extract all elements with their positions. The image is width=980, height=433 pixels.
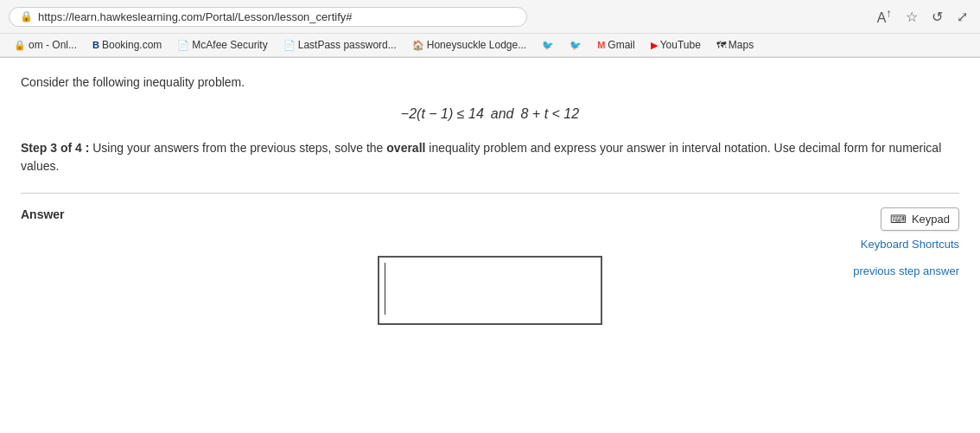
prev-step-answer-link[interactable]: previous step answer	[853, 264, 959, 277]
bookmark-mcafee[interactable]: 📄 McAfee Security	[172, 37, 272, 53]
problem-intro: Consider the following inequality proble…	[21, 75, 959, 89]
bookmark-youtube-icon: ▶	[651, 40, 658, 51]
bookmark-booking[interactable]: B Booking.com	[87, 37, 167, 53]
answer-label: Answer	[21, 207, 959, 221]
bookmark-bird1[interactable]: 🐦	[537, 38, 559, 53]
keypad-label: Keypad	[912, 213, 950, 226]
bookmark-honeysuckle-label: Honeysuckle Lodge...	[427, 39, 526, 51]
keyboard-shortcuts-link[interactable]: Keyboard Shortcuts	[861, 238, 959, 251]
math-display: −2(t − 1) ≤ 14 and 8 + t < 12	[21, 106, 959, 122]
math-expression: −2(t − 1) ≤ 14 and 8 + t < 12	[401, 106, 579, 122]
bookmark-honeysuckle-icon: 🏠	[412, 40, 424, 51]
bookmark-gmail-icon: M	[597, 40, 605, 50]
right-panel: ⌨ Keypad Keyboard Shortcuts previous ste…	[853, 207, 959, 277]
url-text: https://learn.hawkeslearning.com/Portal/…	[38, 10, 352, 23]
bookmark-youtube[interactable]: ▶ YouTube	[646, 37, 706, 53]
bookmark-lastpass-label: LastPass password...	[298, 39, 397, 51]
bookmarks-bar: 🔒 om - Onl... B Booking.com 📄 McAfee Sec…	[0, 34, 980, 57]
bookmark-booking-label: Booking.com	[102, 39, 162, 51]
bookmark-lock-icon: 🔒	[14, 40, 26, 51]
math-right: 8 + t < 12	[521, 106, 580, 122]
step-label: Step 3 of 4 :	[21, 141, 89, 155]
main-content: Consider the following inequality proble…	[0, 58, 980, 433]
bookmark-gmail[interactable]: M Gmail	[592, 37, 640, 53]
section-divider	[21, 193, 959, 194]
address-bar: 🔒 https://learn.hawkeslearning.com/Porta…	[0, 0, 980, 34]
bookmark-maps[interactable]: 🗺 Maps	[711, 37, 759, 53]
answer-input-area	[21, 256, 959, 325]
step-instruction: Step 3 of 4 : Using your answers from th…	[21, 139, 959, 175]
text-cursor	[385, 263, 385, 315]
answer-input-box[interactable]	[378, 256, 602, 325]
keypad-button[interactable]: ⌨ Keypad	[881, 207, 959, 231]
bookmark-maps-icon: 🗺	[716, 40, 726, 50]
math-left: −2(t − 1) ≤ 14	[401, 106, 484, 122]
bookmark-youtube-label: YouTube	[660, 39, 701, 51]
answer-section: ⌨ Keypad Keyboard Shortcuts previous ste…	[21, 207, 959, 325]
keypad-icon: ⌨	[890, 213, 907, 226]
font-size-btn[interactable]: A↑	[874, 5, 895, 28]
step-text-before: Using your answers from the previous ste…	[92, 141, 386, 155]
refresh-btn[interactable]: ↺	[928, 7, 946, 27]
bookmark-bird2[interactable]: 🐦	[564, 38, 587, 53]
browser-actions: A↑ ☆ ↺ ⤢	[874, 5, 971, 28]
extensions-btn[interactable]: ⤢	[953, 7, 971, 27]
bookmark-bird1-icon: 🐦	[542, 40, 554, 51]
bookmark-gmail-label: Gmail	[608, 39, 634, 51]
lock-icon: 🔒	[20, 10, 33, 22]
bookmark-mcafee-label: McAfee Security	[192, 39, 267, 51]
browser-chrome: 🔒 https://learn.hawkeslearning.com/Porta…	[0, 0, 980, 58]
bookmark-bird2-icon: 🐦	[570, 40, 582, 51]
bookmark-booking-icon: B	[92, 40, 99, 50]
bookmark-star-btn[interactable]: ☆	[902, 7, 921, 27]
bookmark-maps-label: Maps	[729, 39, 754, 51]
url-bar[interactable]: 🔒 https://learn.hawkeslearning.com/Porta…	[9, 7, 527, 27]
bookmark-om-onl[interactable]: 🔒 om - Onl...	[9, 37, 82, 53]
bookmark-honeysuckle[interactable]: 🏠 Honeysuckle Lodge...	[407, 37, 531, 53]
bookmark-lastpass[interactable]: 📄 LastPass password...	[278, 37, 402, 53]
bookmark-lastpass-icon: 📄	[283, 40, 296, 51]
bookmark-om-label: om - Onl...	[29, 39, 77, 51]
math-conjunction: and	[491, 106, 514, 122]
bookmark-mcafee-icon: 📄	[177, 40, 189, 51]
step-bold-text: overall	[386, 141, 425, 155]
